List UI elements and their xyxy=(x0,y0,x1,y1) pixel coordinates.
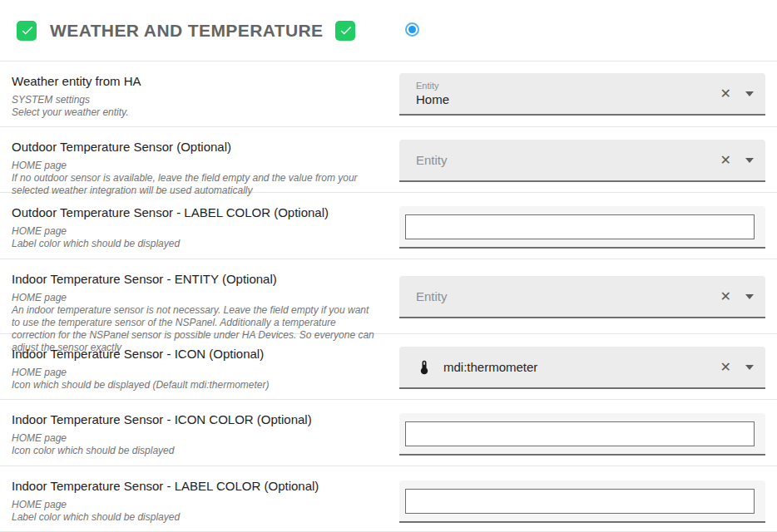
setting-row-outdoor-sensor: Outdoor Temperature Sensor (Optional) HO… xyxy=(0,127,777,193)
select-placeholder: Entity xyxy=(416,289,448,303)
clear-icon[interactable]: ✕ xyxy=(720,290,731,303)
row-subtitle: HOME page xyxy=(12,225,379,238)
row-description: Icon which should be displayed (Default … xyxy=(12,379,379,392)
row-title: Indoor Temperature Sensor - ENTITY (Opti… xyxy=(12,272,379,286)
outdoor-label-color-input[interactable] xyxy=(405,214,755,239)
section-header: WEATHER AND TEMPERATURE xyxy=(0,0,777,62)
weather-entity-select[interactable]: Entity Home ✕ xyxy=(399,73,765,116)
row-title: Outdoor Temperature Sensor (Optional) xyxy=(12,140,379,154)
thermometer-icon xyxy=(416,359,433,376)
row-title: Indoor Temperature Sensor - LABEL COLOR … xyxy=(12,479,379,493)
row-description: Icon color which should be displayed xyxy=(12,445,379,457)
row-description: Label color which should be displayed xyxy=(12,511,379,524)
dropdown-caret-icon[interactable] xyxy=(745,294,754,299)
select-floating-label: Entity xyxy=(416,81,449,91)
dropdown-caret-icon[interactable] xyxy=(745,365,754,370)
section-title: WEATHER AND TEMPERATURE xyxy=(50,21,323,41)
dropdown-caret-icon[interactable] xyxy=(745,91,754,96)
indoor-icon-color-input[interactable] xyxy=(405,421,755,446)
setting-row-outdoor-label-color: Outdoor Temperature Sensor - LABEL COLOR… xyxy=(0,193,777,259)
indoor-sensor-select[interactable]: Entity ✕ xyxy=(399,276,765,318)
indoor-label-color-field xyxy=(399,480,765,523)
select-placeholder: Entity xyxy=(416,153,448,167)
row-title: Indoor Temperature Sensor - ICON COLOR (… xyxy=(12,412,379,426)
setting-row-weather-entity: Weather entity from HA SYSTEM settings S… xyxy=(0,62,777,127)
row-title: Outdoor Temperature Sensor - LABEL COLOR… xyxy=(12,205,379,219)
outdoor-sensor-select[interactable]: Entity ✕ xyxy=(399,140,765,182)
row-subtitle: HOME page xyxy=(12,367,379,379)
row-subtitle: SYSTEM settings xyxy=(12,94,379,106)
row-title: Weather entity from HA xyxy=(12,74,379,88)
indoor-label-color-input[interactable] xyxy=(405,489,755,514)
setting-row-indoor-icon: Indoor Temperature Sensor - ICON (Option… xyxy=(0,334,777,400)
section-radio[interactable] xyxy=(405,22,419,37)
row-subtitle: HOME page xyxy=(12,160,379,172)
radio-dot xyxy=(408,26,416,33)
setting-row-indoor-icon-color: Indoor Temperature Sensor - ICON COLOR (… xyxy=(0,400,777,466)
select-value: mdi:thermometer xyxy=(443,360,537,374)
row-description: Label color which should be displayed xyxy=(12,238,379,250)
section-checkbox-left[interactable] xyxy=(17,21,37,41)
checkmark-icon xyxy=(20,23,34,37)
clear-icon[interactable]: ✕ xyxy=(720,87,731,101)
row-subtitle: HOME page xyxy=(12,499,379,511)
row-subtitle: HOME page xyxy=(12,292,379,304)
indoor-icon-color-field xyxy=(399,413,765,456)
clear-icon[interactable]: ✕ xyxy=(720,154,731,167)
setting-row-indoor-label-color: Indoor Temperature Sensor - LABEL COLOR … xyxy=(0,466,777,532)
row-description: Select your weather entity. xyxy=(12,106,379,119)
indoor-icon-select[interactable]: mdi:thermometer ✕ xyxy=(399,347,765,389)
dropdown-caret-icon[interactable] xyxy=(745,158,754,163)
setting-row-indoor-sensor: Indoor Temperature Sensor - ENTITY (Opti… xyxy=(0,259,777,334)
checkmark-icon xyxy=(339,23,353,37)
outdoor-label-color-field xyxy=(399,206,765,249)
section-checkbox-right[interactable] xyxy=(335,21,355,41)
select-value: Home xyxy=(416,92,449,106)
clear-icon[interactable]: ✕ xyxy=(720,361,731,374)
row-title: Indoor Temperature Sensor - ICON (Option… xyxy=(12,347,379,361)
row-subtitle: HOME page xyxy=(12,432,379,445)
